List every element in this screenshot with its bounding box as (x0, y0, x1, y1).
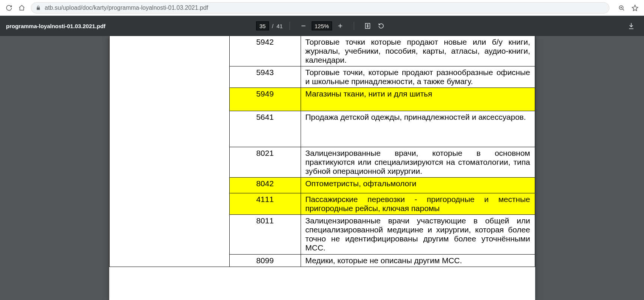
mcc-desc-cell: Торговые точки, которые продают разнообр… (301, 66, 535, 88)
fit-page-icon[interactable] (361, 20, 373, 32)
page-number-input[interactable] (256, 21, 269, 30)
mcc-code-cell: 5943 (229, 66, 301, 88)
mcc-code-cell: 5949 (229, 88, 301, 111)
reload-icon[interactable] (4, 3, 14, 13)
mcc-desc-cell: Залицензированные врачи, которые в основ… (301, 147, 535, 178)
mcc-code-cell: 8042 (229, 178, 301, 193)
mcc-desc-cell: Пассажирские перевозки - пригородные и м… (301, 193, 535, 215)
mcc-desc-cell: Залицензированные врачи участвующие в об… (301, 215, 535, 255)
mcc-desc-cell: Оптометристы, офтальмологи (301, 178, 535, 193)
zoom-out-button[interactable] (297, 20, 309, 32)
mcc-code-cell: 8021 (229, 147, 301, 178)
pdf-toolbar: programma-loyalnosti-01.03.2021.pdf / 41… (0, 16, 644, 36)
mcc-desc-cell: Медики, которые не описаны другим МСС. (301, 255, 535, 267)
url-text: atb.su/upload/doc/karty/programma-loyaln… (45, 5, 208, 11)
table-row: 5942Торговые точки которые продают новые… (109, 36, 535, 66)
zoom-in-button[interactable] (334, 20, 346, 32)
page-separator: / (272, 23, 274, 29)
pdf-page: 5942Торговые точки которые продают новые… (109, 36, 535, 300)
mcc-code-cell: 5942 (229, 36, 301, 66)
star-icon[interactable] (630, 3, 640, 13)
mcc-desc-cell: Продажа детской одежды, принадлежностей … (301, 111, 535, 147)
mcc-table: 5942Торговые точки которые продают новые… (109, 36, 535, 267)
browser-navbar: atb.su/upload/doc/karty/programma-loyaln… (0, 0, 644, 16)
mcc-code-cell: 4111 (229, 193, 301, 215)
mcc-desc-cell: Магазины ткани, нити и для шитья (301, 88, 535, 111)
category-cell (109, 36, 229, 267)
lock-icon (36, 5, 41, 11)
omnibox[interactable]: atb.su/upload/doc/karty/programma-loyaln… (31, 2, 609, 14)
pdf-filename: programma-loyalnosti-01.03.2021.pdf (6, 23, 105, 29)
rotate-icon[interactable] (375, 20, 387, 32)
mcc-code-cell: 8011 (229, 215, 301, 255)
home-icon[interactable] (17, 3, 27, 13)
zoom-value[interactable]: 125% (311, 21, 332, 30)
page-total: 41 (277, 23, 283, 29)
mcc-code-cell: 8099 (229, 255, 301, 267)
zoom-search-icon[interactable] (616, 3, 627, 13)
mcc-code-cell: 5641 (229, 111, 301, 147)
download-icon[interactable] (625, 20, 637, 32)
document-viewport[interactable]: 5942Торговые точки которые продают новые… (0, 36, 644, 300)
mcc-desc-cell: Торговые точки которые продают новые или… (301, 36, 535, 66)
